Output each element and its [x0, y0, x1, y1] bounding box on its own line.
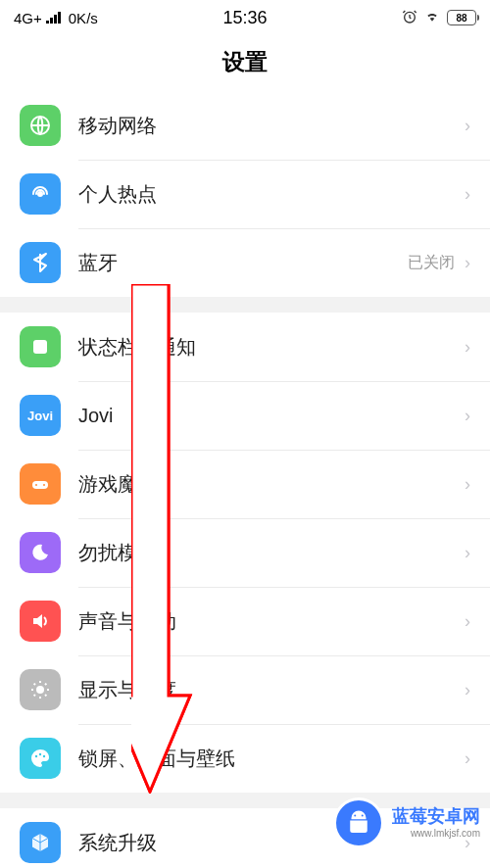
chevron-right-icon: › — [465, 543, 470, 563]
item-label: Jovi — [78, 405, 465, 427]
alarm-icon — [402, 9, 417, 27]
status-left: 4G+ 0K/s — [14, 10, 98, 26]
chevron-right-icon: › — [465, 406, 470, 426]
clock: 15:36 — [222, 8, 267, 28]
chevron-right-icon: › — [465, 611, 470, 632]
item-label: 蓝牙 — [78, 250, 408, 276]
android-icon — [333, 797, 384, 848]
lockscreen-wallpaper-item[interactable]: 锁屏、桌面与壁纸 › — [0, 724, 490, 793]
svg-point-10 — [43, 755, 45, 757]
palette-icon — [20, 738, 61, 779]
battery-icon: 88 — [447, 10, 476, 25]
chevron-right-icon: › — [465, 337, 470, 358]
svg-point-9 — [39, 753, 41, 755]
item-label: 状态栏与通知 — [78, 334, 465, 361]
network-type: 4G+ — [14, 10, 42, 26]
svg-rect-3 — [33, 340, 47, 354]
network-speed: 0K/s — [69, 10, 98, 26]
dnd-item[interactable]: 勿扰模式 › — [0, 518, 490, 587]
item-status: 已关闭 — [408, 253, 455, 273]
chevron-right-icon: › — [465, 748, 470, 769]
bluetooth-icon — [20, 242, 61, 283]
gamepad-icon — [20, 463, 61, 505]
hotspot-icon — [20, 173, 61, 215]
statusbar-notification-item[interactable]: 状态栏与通知 › — [0, 313, 490, 381]
moon-icon — [20, 532, 61, 573]
svg-point-2 — [38, 192, 42, 196]
chevron-right-icon: › — [465, 680, 470, 700]
jovi-item[interactable]: Jovi Jovi › — [0, 381, 490, 450]
svg-point-6 — [43, 484, 45, 486]
game-box-item[interactable]: 游戏魔盒 › — [0, 450, 490, 518]
settings-section-network: 移动网络 › 个人热点 › 蓝牙 已关闭 › — [0, 91, 490, 297]
item-label: 声音与振动 — [78, 608, 465, 635]
hotspot-item[interactable]: 个人热点 › — [0, 160, 490, 228]
page-title: 设置 — [0, 35, 490, 91]
svg-point-5 — [35, 484, 37, 486]
jovi-icon: Jovi — [20, 395, 61, 436]
item-label: 勿扰模式 — [78, 540, 465, 566]
svg-point-7 — [36, 686, 44, 694]
chevron-right-icon: › — [465, 474, 470, 495]
item-label: 个人热点 — [78, 181, 465, 208]
status-bar: 4G+ 0K/s 15:36 88 — [0, 0, 490, 35]
cube-icon — [20, 822, 61, 863]
chevron-right-icon: › — [465, 253, 470, 273]
status-right: 88 — [402, 9, 476, 27]
svg-rect-4 — [32, 481, 48, 489]
globe-icon — [20, 105, 61, 146]
chevron-right-icon: › — [465, 184, 470, 205]
item-label: 移动网络 — [78, 113, 465, 139]
item-label: 显示与亮度 — [78, 677, 465, 703]
settings-section-system: 状态栏与通知 › Jovi Jovi › 游戏魔盒 › 勿扰模式 › 声音与振动… — [0, 313, 490, 793]
sound-item[interactable]: 声音与振动 › — [0, 587, 490, 655]
svg-point-13 — [354, 815, 356, 817]
notification-icon — [20, 326, 61, 367]
svg-point-14 — [362, 815, 364, 817]
brightness-icon — [20, 669, 61, 710]
watermark: 蓝莓安卓网 www.lmkjsf.com — [333, 797, 480, 848]
display-item[interactable]: 显示与亮度 › — [0, 655, 490, 724]
item-label: 锁屏、桌面与壁纸 — [78, 746, 465, 772]
sound-icon — [20, 601, 61, 642]
watermark-text: 蓝莓安卓网 www.lmkjsf.com — [392, 806, 480, 840]
mobile-network-item[interactable]: 移动网络 › — [0, 91, 490, 160]
item-label: 游戏魔盒 — [78, 471, 465, 498]
signal-icon — [46, 12, 61, 24]
wifi-icon — [423, 10, 441, 26]
bluetooth-item[interactable]: 蓝牙 已关闭 › — [0, 228, 490, 297]
chevron-right-icon: › — [465, 116, 470, 136]
svg-point-8 — [35, 755, 37, 757]
